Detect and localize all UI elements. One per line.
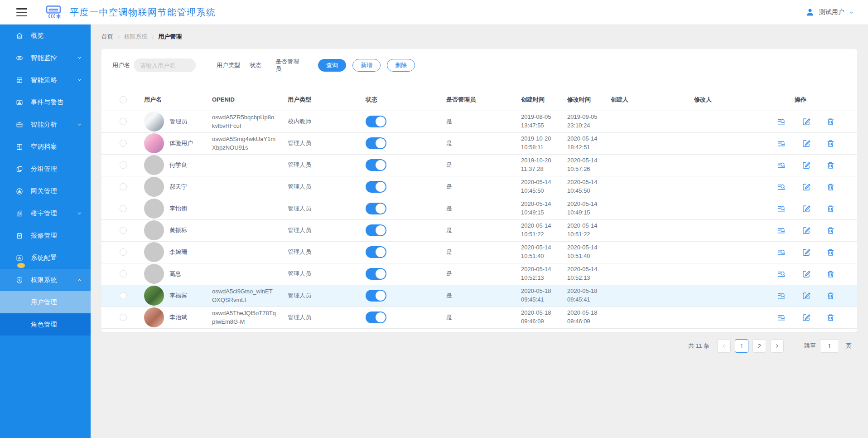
delete-icon[interactable] [826, 248, 835, 257]
modified-time: 2020-05-1418:42:51 [560, 132, 603, 154]
edit-icon[interactable] [801, 291, 811, 301]
table-row: 管理员 oswdA5ZR5bqcbpUp8okvlbvRFcuI 校内教师 是 … [101, 111, 857, 132]
delete-icon[interactable] [826, 204, 835, 214]
delete-icon[interactable] [826, 313, 835, 322]
creator [603, 132, 687, 154]
avatar [144, 264, 164, 284]
status-toggle[interactable] [366, 224, 386, 236]
sidebar-item-strategy[interactable]: 智能策略 [0, 69, 91, 91]
row-radio[interactable] [120, 314, 127, 321]
delete-icon[interactable] [826, 117, 835, 127]
creator [603, 111, 687, 132]
col-modifier: 修改人 [687, 89, 769, 111]
detail-icon[interactable] [776, 269, 786, 279]
col-status: 状态 [358, 89, 439, 111]
row-radio[interactable] [120, 248, 127, 256]
detail-icon[interactable] [776, 161, 786, 170]
sidebar-item-monitor[interactable]: 智能监控 [0, 47, 91, 69]
detail-icon[interactable] [776, 248, 786, 257]
detail-icon[interactable] [776, 204, 786, 214]
row-radio[interactable] [120, 183, 127, 190]
row-radio[interactable] [120, 292, 127, 299]
edit-icon[interactable] [801, 269, 811, 279]
select-all-radio[interactable] [120, 96, 127, 103]
sidebar-item-gateway[interactable]: 网关管理 [0, 180, 91, 202]
openid: oswdA5TheJQI5oT78TqpIwEm8G-M [212, 309, 280, 326]
delete-button[interactable]: 删除 [387, 59, 415, 72]
avatar [144, 242, 164, 262]
detail-icon[interactable] [776, 139, 786, 148]
detail-icon[interactable] [776, 313, 786, 322]
delete-icon[interactable] [826, 139, 835, 148]
next-page-button[interactable] [770, 339, 784, 353]
delete-icon[interactable] [826, 161, 835, 170]
edit-icon[interactable] [801, 161, 811, 170]
status-toggle[interactable] [366, 290, 386, 302]
detail-icon[interactable] [776, 182, 786, 192]
edit-icon[interactable] [801, 204, 811, 214]
sidebar-item-config[interactable]: 系统配置 [0, 247, 91, 269]
delete-icon[interactable] [826, 182, 835, 192]
delete-icon[interactable] [826, 226, 835, 235]
page-button-1[interactable]: 1 [735, 339, 748, 353]
modified-time: 2020-05-1410:49:15 [560, 198, 603, 219]
openid: oswdA5Srng4wkUaY1mXbpzNOU91s [212, 135, 280, 152]
modified-time: 2020-05-1809:46:09 [560, 307, 603, 328]
row-radio[interactable] [120, 227, 127, 234]
edit-icon[interactable] [801, 182, 811, 192]
detail-icon[interactable] [776, 226, 786, 235]
hamburger-icon[interactable] [16, 8, 27, 16]
status-toggle[interactable] [366, 137, 386, 149]
jump-page-input[interactable] [820, 339, 839, 353]
modifier [687, 132, 769, 154]
detail-icon[interactable] [776, 117, 786, 127]
admin-filter-label: 是否管理员 [275, 58, 300, 73]
page-button-2[interactable]: 2 [752, 339, 766, 353]
edit-icon[interactable] [801, 139, 811, 148]
table-row: 何学良 管理人员 是 2019-10-2011:37:28 2020-05-14… [101, 154, 857, 176]
eye-icon [15, 54, 24, 62]
chevron-down-icon [77, 55, 82, 61]
usertype-filter-label: 用户类型 [217, 61, 240, 69]
add-button[interactable]: 新增 [352, 59, 381, 72]
sidebar-item-building[interactable]: 楼宇管理 [0, 202, 91, 224]
status-toggle[interactable] [366, 246, 386, 258]
row-radio[interactable] [120, 161, 127, 169]
breadcrumb-home[interactable]: 首页 [101, 33, 113, 41]
sidebar-item-permission[interactable]: 权限系统 [0, 269, 91, 291]
creator [603, 307, 687, 328]
delete-icon[interactable] [826, 269, 835, 279]
detail-icon[interactable] [776, 291, 786, 301]
edit-icon[interactable] [801, 248, 811, 257]
query-button[interactable]: 查询 [318, 59, 346, 72]
user-menu[interactable]: 测试用户 [805, 7, 854, 17]
delete-icon[interactable] [826, 291, 835, 301]
sidebar-item-archive[interactable]: 空调档案 [0, 136, 91, 158]
edit-icon[interactable] [801, 226, 811, 235]
status-toggle[interactable] [366, 203, 386, 214]
row-radio[interactable] [120, 140, 127, 147]
edit-icon[interactable] [801, 117, 811, 127]
sidebar-item-analysis[interactable]: 智能分析 [0, 113, 91, 136]
prev-page-button[interactable] [717, 339, 731, 353]
sidebar-item-repair[interactable]: 报修管理 [0, 224, 91, 247]
row-radio[interactable] [120, 270, 127, 277]
user-type: 管理人员 [280, 176, 358, 198]
user-type: 管理人员 [280, 285, 358, 307]
edit-icon[interactable] [801, 313, 811, 322]
row-radio[interactable] [120, 118, 127, 125]
status-toggle[interactable] [366, 116, 386, 127]
sidebar-item-events[interactable]: 事件与警告 [0, 91, 91, 113]
user-type: 管理人员 [280, 263, 358, 285]
sidebar-subitem-role-management[interactable]: 角色管理 [0, 313, 91, 336]
row-radio[interactable] [120, 205, 127, 212]
status-toggle[interactable] [366, 159, 386, 171]
sidebar-item-group[interactable]: 分组管理 [0, 158, 91, 180]
status-toggle[interactable] [366, 311, 386, 323]
sidebar-item-overview[interactable]: 概览 [0, 24, 91, 47]
username-input[interactable] [134, 58, 196, 72]
is-admin: 是 [439, 198, 514, 219]
status-toggle[interactable] [366, 181, 386, 193]
sidebar-subitem-user-management[interactable]: 用户管理 [0, 291, 91, 313]
status-toggle[interactable] [366, 268, 386, 280]
